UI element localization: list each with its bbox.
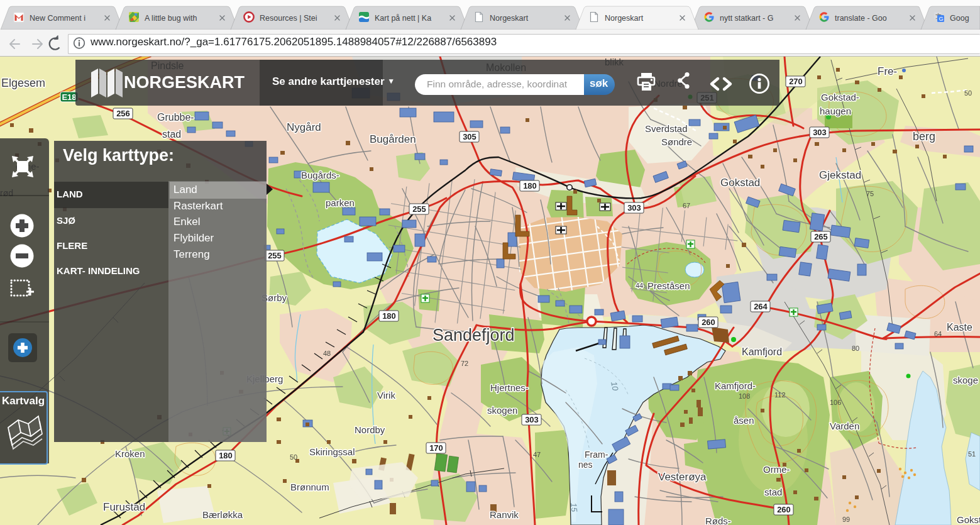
svg-text:Gjekstad: Gjekstad bbox=[819, 169, 861, 181]
svg-text:Norgeskart: Norgeskart bbox=[605, 14, 644, 23]
svg-text:Bugårds-: Bugårds- bbox=[301, 170, 339, 180]
svg-text:47: 47 bbox=[533, 451, 541, 458]
svg-text:haugen: haugen bbox=[820, 106, 851, 116]
svg-text:skogen: skogen bbox=[487, 405, 517, 416]
svg-text:Bærløkka: Bærløkka bbox=[202, 509, 243, 520]
svg-text:Orme-: Orme- bbox=[763, 464, 790, 475]
svg-text:303: 303 bbox=[813, 128, 827, 137]
svg-text:305: 305 bbox=[463, 132, 476, 141]
svg-text:Bugården: Bugården bbox=[370, 133, 416, 145]
svg-text:Kart på nett | Ka: Kart på nett | Ka bbox=[375, 14, 431, 23]
svg-text:Resources | Stei: Resources | Stei bbox=[260, 14, 317, 23]
svg-text:108: 108 bbox=[739, 392, 750, 400]
svg-text:15: 15 bbox=[569, 502, 579, 512]
svg-text:nes: nes bbox=[578, 460, 593, 470]
svg-text:265: 265 bbox=[814, 232, 828, 241]
svg-text:180: 180 bbox=[219, 451, 233, 460]
svg-text:nytt statkart - G: nytt statkart - G bbox=[720, 14, 773, 23]
svg-text:106: 106 bbox=[830, 399, 841, 406]
svg-text:67: 67 bbox=[683, 202, 690, 209]
svg-text:skoge: skoge bbox=[953, 375, 978, 385]
svg-text:Elgesem: Elgesem bbox=[1, 77, 45, 89]
svg-text:Sverdstad: Sverdstad bbox=[645, 123, 688, 134]
svg-text:264: 264 bbox=[754, 302, 768, 311]
svg-text:Nordby: Nordby bbox=[355, 424, 385, 435]
svg-text:G: G bbox=[939, 16, 944, 22]
svg-text:Furustad: Furustad bbox=[103, 501, 145, 513]
svg-text:Kamfjord-: Kamfjord- bbox=[715, 380, 756, 391]
svg-text:Skiringssal: Skiringssal bbox=[309, 446, 355, 457]
svg-text:Kaste: Kaste bbox=[947, 322, 972, 333]
svg-text:Preståsen: Preståsen bbox=[647, 280, 690, 291]
svg-text:64: 64 bbox=[934, 330, 942, 338]
svg-text:50: 50 bbox=[964, 89, 972, 97]
svg-text:åsen: åsen bbox=[734, 415, 754, 426]
svg-text:Søndre: Søndre bbox=[661, 136, 692, 147]
svg-text:Norgeskart: Norgeskart bbox=[490, 14, 529, 23]
svg-text:A little bug with: A little bug with bbox=[145, 14, 197, 23]
svg-text:E18: E18 bbox=[62, 92, 76, 102]
svg-text:170: 170 bbox=[429, 443, 443, 453]
svg-text:50: 50 bbox=[290, 453, 297, 461]
svg-text:256: 256 bbox=[116, 109, 130, 118]
svg-text:Kroken: Kroken bbox=[115, 448, 145, 459]
svg-text:Gokst: Gokst bbox=[957, 514, 980, 525]
svg-text:stad: stad bbox=[162, 129, 181, 140]
svg-text:51: 51 bbox=[968, 450, 976, 458]
svg-text:Ranvik: Ranvik bbox=[490, 509, 519, 520]
svg-text:72: 72 bbox=[461, 360, 468, 367]
svg-text:Vesterøya: Vesterøya bbox=[658, 471, 707, 483]
svg-text:Goog: Goog bbox=[950, 14, 969, 23]
svg-text:112: 112 bbox=[774, 391, 786, 399]
svg-text:255: 255 bbox=[268, 251, 282, 260]
svg-text:44: 44 bbox=[636, 282, 643, 289]
svg-text:260: 260 bbox=[777, 505, 791, 514]
svg-text:Virik: Virik bbox=[377, 390, 395, 401]
svg-text:Nygård: Nygård bbox=[287, 121, 321, 133]
svg-text:260: 260 bbox=[702, 318, 715, 327]
svg-text:Røds-: Røds- bbox=[705, 516, 731, 525]
svg-text:Grubbe-: Grubbe- bbox=[157, 112, 194, 123]
svg-text:translate - Goo: translate - Goo bbox=[835, 14, 887, 23]
svg-text:Gokstad: Gokstad bbox=[720, 177, 760, 189]
svg-text:255: 255 bbox=[412, 204, 426, 214]
svg-text:80: 80 bbox=[852, 345, 859, 352]
svg-text:parken: parken bbox=[326, 197, 355, 208]
svg-text:Varden: Varden bbox=[830, 421, 859, 431]
svg-text:303: 303 bbox=[627, 203, 641, 213]
svg-text:99: 99 bbox=[842, 516, 850, 523]
svg-text:Fre-: Fre- bbox=[878, 65, 897, 77]
svg-text:180: 180 bbox=[382, 311, 396, 321]
svg-text:Kamfjord: Kamfjord bbox=[742, 346, 782, 357]
svg-text:stad: stad bbox=[764, 487, 782, 497]
svg-text:Brønnum: Brønnum bbox=[290, 482, 329, 492]
svg-text:Gokstad-: Gokstad- bbox=[821, 92, 859, 102]
svg-text:Fram-: Fram- bbox=[585, 450, 608, 460]
svg-text:75: 75 bbox=[866, 190, 874, 197]
svg-text:48: 48 bbox=[323, 350, 331, 357]
svg-text:New Comment i: New Comment i bbox=[30, 14, 85, 23]
svg-text:Hjertnes-: Hjertnes- bbox=[490, 382, 529, 393]
svg-text:Sandefjord: Sandefjord bbox=[432, 326, 515, 345]
svg-text:180: 180 bbox=[523, 181, 537, 191]
svg-text:berg: berg bbox=[913, 130, 935, 143]
svg-text:303: 303 bbox=[525, 415, 539, 424]
